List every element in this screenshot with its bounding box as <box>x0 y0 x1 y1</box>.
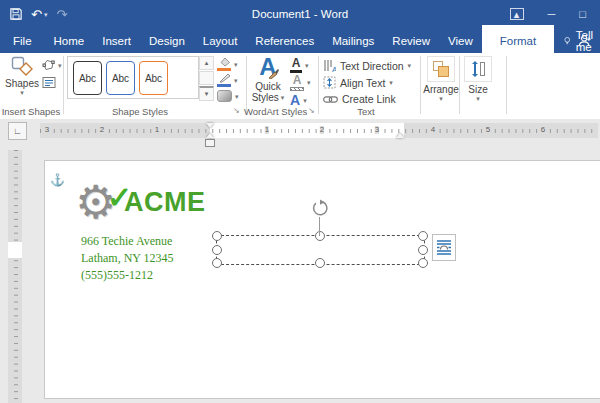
chevron-down-icon: ▾ <box>303 97 307 104</box>
ruler-number: 3 <box>375 126 379 134</box>
window-controls: ▴ ─ □ <box>510 0 586 28</box>
tab-insert[interactable]: Insert <box>93 28 140 53</box>
resize-handle-bottom-right[interactable] <box>418 258 428 268</box>
chevron-down-icon: ▾ <box>305 62 309 69</box>
sign-in-button[interactable] <box>578 28 592 53</box>
ruler-number: 2 <box>100 126 104 134</box>
tab-view[interactable]: View <box>439 28 482 53</box>
chevron-down-icon: ▾ <box>281 94 285 101</box>
arrange-icon <box>427 56 455 82</box>
gallery-more-button[interactable]: ▾ <box>199 86 214 101</box>
vertical-ruler-text-area <box>8 242 22 258</box>
shape-fill-button[interactable]: ▾ <box>217 57 238 71</box>
company-name: ACME <box>124 189 206 216</box>
group-divider <box>459 56 460 114</box>
size-icon <box>464 56 492 82</box>
person-icon <box>578 34 592 48</box>
edit-shape-button[interactable]: ▾ <box>42 59 62 71</box>
tab-mailings[interactable]: Mailings <box>323 28 383 53</box>
ribbon: Shapes ▾ ▾ Insert Shapes Abc Abc <box>0 53 600 120</box>
quick-styles-label-line2: Styles <box>252 92 279 103</box>
rotate-handle[interactable] <box>310 199 329 218</box>
create-link-button[interactable]: Create Link <box>323 93 396 105</box>
shape-style-2-label: Abc <box>112 73 129 84</box>
hanging-indent-marker[interactable] <box>206 133 214 138</box>
resize-handle-bottom-center[interactable] <box>315 258 325 268</box>
text-outline-button[interactable]: A ▾ <box>290 74 311 91</box>
tab-home[interactable]: Home <box>45 28 94 53</box>
resize-handle-top-right[interactable] <box>418 231 428 241</box>
document-workspace: ∟ 3 2 1 1 2 3 4 5 6 ⚓ ⚙ ✓ <box>0 119 600 403</box>
shape-outline-icon <box>217 73 231 87</box>
group-divider <box>63 56 64 114</box>
layout-options-button[interactable] <box>432 234 456 261</box>
align-text-button[interactable]: Align Text ▾ <box>323 76 393 89</box>
draw-text-box-button[interactable] <box>42 76 56 91</box>
resize-handle-top-left[interactable] <box>212 231 222 241</box>
object-anchor-icon[interactable]: ⚓ <box>50 174 65 186</box>
ribbon-display-options-button[interactable]: ▴ <box>510 8 524 20</box>
shapes-button[interactable]: Shapes ▾ <box>4 56 40 96</box>
rotate-icon <box>310 199 329 218</box>
gallery-scroll-down-button[interactable] <box>199 71 214 85</box>
group-divider <box>318 56 319 114</box>
resize-handle-middle-right[interactable] <box>418 245 428 255</box>
resize-handle-middle-left[interactable] <box>212 245 222 255</box>
text-fill-button[interactable]: A ▾ <box>290 57 309 73</box>
tab-format[interactable]: Format <box>482 28 554 53</box>
address-line-1: 966 Techie Avenue <box>81 235 172 247</box>
shape-effects-button[interactable]: ▾ <box>217 90 239 102</box>
wordart-quick-styles-icon: A <box>259 55 276 81</box>
chevron-down-icon: ▾ <box>205 90 209 98</box>
align-text-icon <box>323 76 336 89</box>
title-bar: ↶ ▾ ↷ Document1 - Word ▴ ─ □ <box>0 0 600 28</box>
tab-stop-selector[interactable]: ∟ <box>8 122 27 140</box>
vertical-ruler[interactable] <box>8 150 22 403</box>
text-fill-icon: A <box>290 57 302 73</box>
gallery-scroll-up-button[interactable]: ▴ <box>199 56 214 70</box>
create-link-icon <box>323 95 338 104</box>
chevron-down-icon: ▾ <box>234 77 238 84</box>
shape-style-3[interactable]: Abc <box>139 61 168 95</box>
chevron-up-icon: ▴ <box>514 8 520 21</box>
text-effects-button[interactable]: A ▾ <box>290 93 307 107</box>
chevron-down-icon: ▾ <box>389 79 393 86</box>
text-direction-button[interactable]: A Text Direction ▾ <box>323 59 411 72</box>
tab-review[interactable]: Review <box>383 28 439 53</box>
address-line-3: (555)555-1212 <box>81 269 153 281</box>
shape-style-2[interactable]: Abc <box>106 61 135 95</box>
chevron-down-icon: ▾ <box>58 62 62 69</box>
horizontal-ruler[interactable]: 3 2 1 1 2 3 4 5 6 <box>40 123 598 138</box>
ruler-number: 3 <box>45 126 49 134</box>
arrange-button[interactable]: Arrange ▾ <box>424 56 458 102</box>
tab-stop-icon: ∟ <box>13 126 22 136</box>
ruler-number: 6 <box>541 126 545 134</box>
resize-handle-top-center[interactable] <box>315 231 325 241</box>
maximize-button[interactable]: □ <box>579 8 586 20</box>
shape-style-3-label: Abc <box>145 73 162 84</box>
left-indent-marker[interactable] <box>205 139 215 147</box>
size-button[interactable]: Size ▾ <box>462 56 494 102</box>
shape-style-1[interactable]: Abc <box>73 61 102 95</box>
minimize-button[interactable]: ─ <box>548 8 556 20</box>
tab-references[interactable]: References <box>246 28 323 53</box>
address-line-2: Latham, NY 12345 <box>81 252 174 264</box>
align-text-label: Align Text <box>340 77 385 89</box>
tab-file[interactable]: File <box>0 28 45 53</box>
right-indent-marker[interactable] <box>396 133 404 138</box>
layout-options-icon <box>436 239 452 256</box>
text-group-label: Text <box>336 106 396 117</box>
group-divider <box>506 56 507 114</box>
ruler-number: 1 <box>155 126 159 134</box>
document-page[interactable]: ⚓ ⚙ ✓ ACME 966 Techie Avenue Latham, NY … <box>44 160 600 399</box>
chevron-down-icon: ▾ <box>307 79 311 86</box>
wordart-quick-styles-button[interactable]: A Quick Styles ▾ <box>249 55 287 103</box>
shape-styles-dialog-launcher[interactable]: ↘ <box>233 107 240 115</box>
tab-design[interactable]: Design <box>140 28 194 53</box>
wordart-styles-dialog-launcher[interactable]: ↘ <box>308 107 315 115</box>
size-button-label: Size <box>468 84 487 95</box>
shape-outline-button[interactable]: ▾ <box>217 73 238 87</box>
tab-layout[interactable]: Layout <box>194 28 247 53</box>
resize-handle-bottom-left[interactable] <box>212 258 222 268</box>
first-line-indent-marker[interactable] <box>206 123 214 128</box>
